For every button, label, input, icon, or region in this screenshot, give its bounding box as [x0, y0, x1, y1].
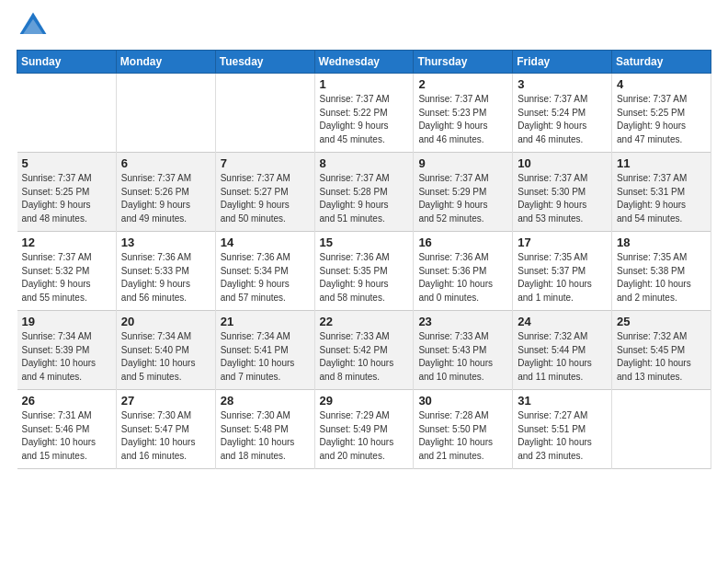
calendar-cell: 4Sunrise: 7:37 AM Sunset: 5:25 PM Daylig… — [612, 74, 711, 153]
week-row-1: 1Sunrise: 7:37 AM Sunset: 5:22 PM Daylig… — [17, 74, 711, 153]
cell-info: Sunrise: 7:32 AM Sunset: 5:44 PM Dayligh… — [518, 330, 607, 384]
cell-day-number: 2 — [418, 77, 507, 91]
page: SundayMondayTuesdayWednesdayThursdayFrid… — [0, 0, 728, 563]
cell-day-number: 15 — [320, 236, 409, 249]
calendar-cell: 30Sunrise: 7:28 AM Sunset: 5:50 PM Dayli… — [414, 390, 513, 469]
header — [17, 9, 711, 42]
calendar-cell — [116, 74, 215, 153]
cell-day-number: 1 — [320, 77, 409, 91]
calendar-cell: 23Sunrise: 7:33 AM Sunset: 5:43 PM Dayli… — [414, 311, 513, 390]
weekday-row: SundayMondayTuesdayWednesdayThursdayFrid… — [17, 51, 711, 74]
cell-info: Sunrise: 7:33 AM Sunset: 5:43 PM Dayligh… — [418, 330, 507, 384]
calendar-cell: 10Sunrise: 7:37 AM Sunset: 5:30 PM Dayli… — [513, 153, 612, 232]
calendar-cell: 19Sunrise: 7:34 AM Sunset: 5:39 PM Dayli… — [17, 311, 117, 390]
logo — [17, 9, 51, 42]
calendar-cell: 28Sunrise: 7:30 AM Sunset: 5:48 PM Dayli… — [215, 390, 314, 469]
cell-day-number: 16 — [418, 236, 507, 249]
calendar-cell: 20Sunrise: 7:34 AM Sunset: 5:40 PM Dayli… — [116, 311, 215, 390]
cell-info: Sunrise: 7:37 AM Sunset: 5:25 PM Dayligh… — [617, 93, 706, 146]
cell-day-number: 24 — [518, 315, 607, 328]
week-row-4: 19Sunrise: 7:34 AM Sunset: 5:39 PM Dayli… — [17, 311, 711, 390]
calendar-cell: 5Sunrise: 7:37 AM Sunset: 5:25 PM Daylig… — [17, 153, 117, 232]
calendar-cell: 13Sunrise: 7:36 AM Sunset: 5:33 PM Dayli… — [116, 232, 215, 311]
weekday-header-monday: Monday — [116, 51, 215, 74]
calendar-cell — [612, 390, 711, 469]
cell-info: Sunrise: 7:32 AM Sunset: 5:45 PM Dayligh… — [617, 330, 706, 384]
cell-day-number: 22 — [320, 315, 409, 328]
calendar-cell: 25Sunrise: 7:32 AM Sunset: 5:45 PM Dayli… — [612, 311, 711, 390]
cell-day-number: 14 — [221, 236, 310, 249]
calendar-cell: 9Sunrise: 7:37 AM Sunset: 5:29 PM Daylig… — [414, 153, 513, 232]
cell-day-number: 26 — [22, 394, 111, 408]
cell-day-number: 13 — [121, 236, 210, 249]
weekday-header-saturday: Saturday — [612, 51, 711, 74]
cell-info: Sunrise: 7:37 AM Sunset: 5:26 PM Dayligh… — [121, 172, 210, 225]
cell-info: Sunrise: 7:36 AM Sunset: 5:34 PM Dayligh… — [221, 251, 310, 304]
cell-day-number: 5 — [22, 156, 111, 170]
cell-day-number: 11 — [617, 156, 706, 170]
cell-info: Sunrise: 7:29 AM Sunset: 5:49 PM Dayligh… — [320, 409, 409, 463]
calendar-cell: 22Sunrise: 7:33 AM Sunset: 5:42 PM Dayli… — [314, 311, 414, 390]
weekday-header-wednesday: Wednesday — [314, 51, 414, 74]
calendar-cell: 16Sunrise: 7:36 AM Sunset: 5:36 PM Dayli… — [414, 232, 513, 311]
cell-info: Sunrise: 7:30 AM Sunset: 5:48 PM Dayligh… — [221, 409, 310, 463]
cell-day-number: 4 — [617, 77, 706, 91]
calendar-cell: 2Sunrise: 7:37 AM Sunset: 5:23 PM Daylig… — [414, 74, 513, 153]
cell-day-number: 9 — [418, 156, 507, 170]
weekday-header-thursday: Thursday — [414, 51, 513, 74]
calendar-cell: 7Sunrise: 7:37 AM Sunset: 5:27 PM Daylig… — [215, 153, 314, 232]
cell-day-number: 8 — [320, 156, 409, 170]
cell-info: Sunrise: 7:37 AM Sunset: 5:24 PM Dayligh… — [518, 93, 607, 146]
cell-day-number: 20 — [121, 315, 210, 328]
cell-info: Sunrise: 7:36 AM Sunset: 5:36 PM Dayligh… — [418, 251, 507, 304]
calendar-cell: 12Sunrise: 7:37 AM Sunset: 5:32 PM Dayli… — [17, 232, 117, 311]
cell-day-number: 21 — [221, 315, 310, 328]
cell-info: Sunrise: 7:37 AM Sunset: 5:30 PM Dayligh… — [518, 172, 607, 225]
calendar-cell: 1Sunrise: 7:37 AM Sunset: 5:22 PM Daylig… — [314, 74, 414, 153]
cell-info: Sunrise: 7:37 AM Sunset: 5:27 PM Dayligh… — [221, 172, 310, 225]
cell-info: Sunrise: 7:37 AM Sunset: 5:32 PM Dayligh… — [22, 251, 111, 304]
calendar-cell: 31Sunrise: 7:27 AM Sunset: 5:51 PM Dayli… — [513, 390, 612, 469]
cell-info: Sunrise: 7:37 AM Sunset: 5:28 PM Dayligh… — [320, 172, 409, 225]
calendar-cell — [215, 74, 314, 153]
calendar-cell: 11Sunrise: 7:37 AM Sunset: 5:31 PM Dayli… — [612, 153, 711, 232]
calendar-cell: 18Sunrise: 7:35 AM Sunset: 5:38 PM Dayli… — [612, 232, 711, 311]
cell-day-number: 19 — [22, 315, 111, 328]
cell-day-number: 29 — [320, 394, 409, 408]
weekday-header-tuesday: Tuesday — [215, 51, 314, 74]
cell-info: Sunrise: 7:34 AM Sunset: 5:39 PM Dayligh… — [22, 330, 111, 384]
weekday-header-sunday: Sunday — [17, 51, 117, 74]
cell-info: Sunrise: 7:31 AM Sunset: 5:46 PM Dayligh… — [22, 409, 111, 463]
cell-day-number: 17 — [518, 236, 607, 249]
week-row-2: 5Sunrise: 7:37 AM Sunset: 5:25 PM Daylig… — [17, 153, 711, 232]
cell-day-number: 30 — [418, 394, 507, 408]
cell-day-number: 25 — [617, 315, 706, 328]
cell-info: Sunrise: 7:36 AM Sunset: 5:33 PM Dayligh… — [121, 251, 210, 304]
cell-day-number: 3 — [518, 77, 607, 91]
cell-info: Sunrise: 7:35 AM Sunset: 5:38 PM Dayligh… — [617, 251, 706, 304]
cell-day-number: 10 — [518, 156, 607, 170]
cell-day-number: 7 — [221, 156, 310, 170]
cell-day-number: 28 — [221, 394, 310, 408]
calendar-header: SundayMondayTuesdayWednesdayThursdayFrid… — [17, 51, 711, 74]
logo-icon — [17, 9, 50, 42]
calendar-body: 1Sunrise: 7:37 AM Sunset: 5:22 PM Daylig… — [17, 74, 711, 469]
cell-day-number: 31 — [518, 394, 607, 408]
calendar-cell — [17, 74, 117, 153]
calendar-cell: 3Sunrise: 7:37 AM Sunset: 5:24 PM Daylig… — [513, 74, 612, 153]
weekday-header-friday: Friday — [513, 51, 612, 74]
cell-info: Sunrise: 7:28 AM Sunset: 5:50 PM Dayligh… — [418, 409, 507, 463]
cell-day-number: 12 — [22, 236, 111, 249]
calendar-cell: 27Sunrise: 7:30 AM Sunset: 5:47 PM Dayli… — [116, 390, 215, 469]
cell-info: Sunrise: 7:30 AM Sunset: 5:47 PM Dayligh… — [121, 409, 210, 463]
cell-info: Sunrise: 7:37 AM Sunset: 5:29 PM Dayligh… — [418, 172, 507, 225]
cell-info: Sunrise: 7:36 AM Sunset: 5:35 PM Dayligh… — [320, 251, 409, 304]
cell-day-number: 23 — [418, 315, 507, 328]
calendar-cell: 26Sunrise: 7:31 AM Sunset: 5:46 PM Dayli… — [17, 390, 117, 469]
cell-info: Sunrise: 7:35 AM Sunset: 5:37 PM Dayligh… — [518, 251, 607, 304]
calendar-cell: 17Sunrise: 7:35 AM Sunset: 5:37 PM Dayli… — [513, 232, 612, 311]
calendar-cell: 24Sunrise: 7:32 AM Sunset: 5:44 PM Dayli… — [513, 311, 612, 390]
calendar-cell: 21Sunrise: 7:34 AM Sunset: 5:41 PM Dayli… — [215, 311, 314, 390]
calendar-cell: 8Sunrise: 7:37 AM Sunset: 5:28 PM Daylig… — [314, 153, 414, 232]
calendar-cell: 14Sunrise: 7:36 AM Sunset: 5:34 PM Dayli… — [215, 232, 314, 311]
